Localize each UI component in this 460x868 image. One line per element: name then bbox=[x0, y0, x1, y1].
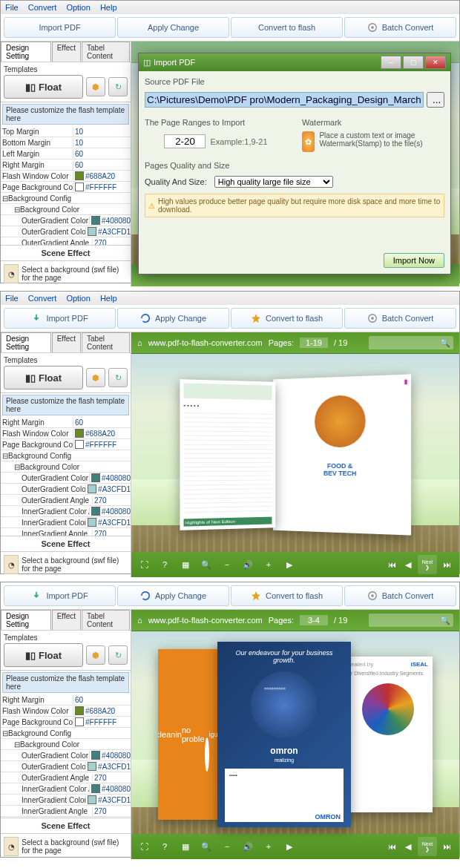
tab-effect[interactable]: Effect bbox=[52, 42, 81, 62]
first-page-icon[interactable]: ⏮ bbox=[385, 558, 398, 571]
property-value[interactable]: #A3CFD1 bbox=[85, 762, 131, 771]
sound-icon[interactable]: 🔊 bbox=[241, 558, 254, 571]
page-input[interactable] bbox=[300, 338, 328, 348]
property-row[interactable]: InnerGradient Color A#408080 bbox=[1, 506, 131, 517]
play-icon[interactable]: ▶ bbox=[283, 558, 296, 571]
tab-table-content[interactable]: Tabel Content bbox=[82, 42, 130, 62]
property-row[interactable]: Page Background Color#FFFFFF bbox=[1, 182, 131, 193]
apply-change-button[interactable]: Apply Change bbox=[117, 308, 229, 329]
color-swatch[interactable] bbox=[88, 484, 96, 493]
float-template-button[interactable]: ▮▯Float bbox=[4, 75, 83, 99]
property-value[interactable]: 270 bbox=[92, 496, 131, 504]
thumbnails-icon[interactable]: ▦ bbox=[179, 558, 192, 571]
color-swatch[interactable] bbox=[75, 171, 84, 180]
property-row[interactable]: InnerGradient Color A#408080 bbox=[1, 783, 131, 795]
tab-design-setting[interactable]: Design Setting bbox=[1, 332, 51, 352]
batch-convert-button[interactable]: Batch Convert bbox=[344, 585, 456, 606]
color-swatch[interactable] bbox=[75, 706, 84, 715]
help-icon[interactable]: ? bbox=[158, 840, 171, 853]
property-row[interactable]: Top Margin10 bbox=[1, 126, 131, 137]
page-back-right[interactable]: sealed byiSEAL or Diversified Industry S… bbox=[344, 657, 433, 812]
property-row[interactable]: OuterGradient Angle270 bbox=[1, 237, 131, 245]
color-swatch[interactable] bbox=[75, 183, 84, 191]
fullscreen-icon[interactable]: ⛶ bbox=[137, 840, 151, 853]
property-row[interactable]: ⊟Background Color bbox=[1, 739, 131, 750]
property-row[interactable]: InnerGradient Angle270 bbox=[1, 528, 131, 536]
property-value[interactable]: #408080 bbox=[89, 216, 131, 225]
template-action-2[interactable]: ↻ bbox=[108, 645, 128, 665]
menu-file[interactable]: File bbox=[5, 3, 19, 12]
close-button[interactable]: ✕ bbox=[425, 56, 446, 69]
convert-to-flash-button[interactable]: Convert to flash bbox=[231, 17, 343, 38]
fullscreen-icon[interactable]: ⛶ bbox=[137, 558, 151, 571]
color-swatch[interactable] bbox=[91, 784, 100, 793]
color-swatch[interactable] bbox=[91, 473, 100, 482]
property-row[interactable]: OuterGradient Color A#408080 bbox=[1, 215, 131, 226]
property-value[interactable]: #688A20 bbox=[73, 706, 131, 715]
page-left[interactable]: ▪ ▪ ▪ ▪ ▪Highlights of Next Edition bbox=[180, 379, 275, 530]
convert-to-flash-button[interactable]: Convert to flash bbox=[231, 308, 343, 329]
browse-button[interactable]: ... bbox=[427, 92, 444, 108]
last-page-icon[interactable]: ⏭ bbox=[440, 558, 453, 571]
property-row[interactable]: OuterGradient Angle270 bbox=[1, 772, 131, 783]
property-row[interactable]: Flash Window Color#688A20 bbox=[1, 171, 131, 182]
property-row[interactable]: Right Margin60 bbox=[1, 417, 131, 428]
next-page-button[interactable]: Next❯ bbox=[418, 837, 437, 856]
color-swatch[interactable] bbox=[75, 440, 84, 449]
tab-table-content[interactable]: Tabel Content bbox=[82, 332, 130, 352]
property-value[interactable]: #408080 bbox=[89, 507, 131, 516]
color-swatch[interactable] bbox=[88, 762, 96, 771]
watermark-icon[interactable]: ✿ bbox=[302, 131, 315, 152]
property-value[interactable]: #408080 bbox=[89, 473, 131, 482]
float-template-button[interactable]: ▮▯Float bbox=[4, 366, 83, 389]
property-row[interactable]: OuterGradient Color B#A3CFD1 bbox=[1, 226, 131, 237]
menu-help[interactable]: Help bbox=[100, 294, 117, 303]
property-value[interactable]: 270 bbox=[92, 774, 131, 782]
color-swatch[interactable] bbox=[75, 429, 84, 438]
property-row[interactable]: OuterGradient Angle270 bbox=[1, 495, 131, 506]
menu-option[interactable]: Option bbox=[66, 294, 90, 303]
property-value[interactable]: #A3CFD1 bbox=[85, 484, 131, 493]
property-row[interactable]: OuterGradient Color A#408080 bbox=[1, 473, 131, 484]
property-value[interactable]: #688A20 bbox=[73, 429, 131, 438]
home-icon[interactable]: ⌂ bbox=[137, 338, 142, 347]
menu-option[interactable]: Option bbox=[66, 3, 90, 12]
color-swatch[interactable] bbox=[88, 795, 96, 804]
dialog-titlebar[interactable]: ◫ Import PDF ─ ▢ ✕ bbox=[139, 53, 450, 71]
last-page-icon[interactable]: ⏭ bbox=[440, 840, 453, 853]
color-swatch[interactable] bbox=[91, 507, 100, 516]
property-value[interactable]: 60 bbox=[73, 418, 131, 427]
property-value[interactable]: #688A20 bbox=[73, 171, 131, 180]
property-row[interactable]: OuterGradient Color A#408080 bbox=[1, 750, 131, 761]
apply-change-button[interactable]: Apply Change bbox=[117, 17, 229, 38]
menu-convert[interactable]: Convert bbox=[28, 3, 57, 12]
search-box[interactable]: 🔍 bbox=[369, 336, 453, 349]
property-value[interactable]: 10 bbox=[73, 128, 131, 136]
zoom-in-icon[interactable]: + bbox=[262, 840, 275, 853]
quality-select[interactable]: High quality large file size bbox=[214, 176, 333, 188]
property-row[interactable]: ⊟Background Color bbox=[1, 461, 131, 473]
color-swatch[interactable] bbox=[75, 717, 84, 726]
zoom-in-icon[interactable]: + bbox=[262, 558, 275, 571]
template-action-1[interactable]: ⬢ bbox=[86, 77, 105, 96]
property-row[interactable]: ⊟Background Color bbox=[1, 204, 131, 215]
import-now-button[interactable]: Import Now bbox=[384, 253, 444, 268]
tab-effect[interactable]: Effect bbox=[52, 610, 81, 630]
template-action-2[interactable]: ↻ bbox=[108, 77, 128, 96]
thumbnails-icon[interactable]: ▦ bbox=[179, 840, 192, 853]
menu-help[interactable]: Help bbox=[100, 3, 117, 12]
property-value[interactable]: #FFFFFF bbox=[73, 183, 131, 191]
color-swatch[interactable] bbox=[88, 518, 96, 527]
template-action-2[interactable]: ↻ bbox=[108, 368, 128, 387]
property-value[interactable]: #A3CFD1 bbox=[85, 795, 131, 804]
source-pdf-input[interactable] bbox=[145, 92, 424, 108]
import-pdf-button[interactable]: Import PDF bbox=[4, 585, 116, 606]
property-value[interactable]: #A3CFD1 bbox=[85, 227, 131, 236]
property-row[interactable]: ⊟Background Config bbox=[1, 193, 131, 204]
sound-icon[interactable]: 🔊 bbox=[241, 840, 254, 853]
menu-convert[interactable]: Convert bbox=[28, 294, 57, 303]
float-template-button[interactable]: ▮▯Float bbox=[4, 643, 83, 667]
property-row[interactable]: Flash Window Color#688A20 bbox=[1, 706, 131, 717]
maximize-button[interactable]: ▢ bbox=[403, 56, 424, 69]
property-row[interactable]: OuterGradient Color B#A3CFD1 bbox=[1, 484, 131, 495]
